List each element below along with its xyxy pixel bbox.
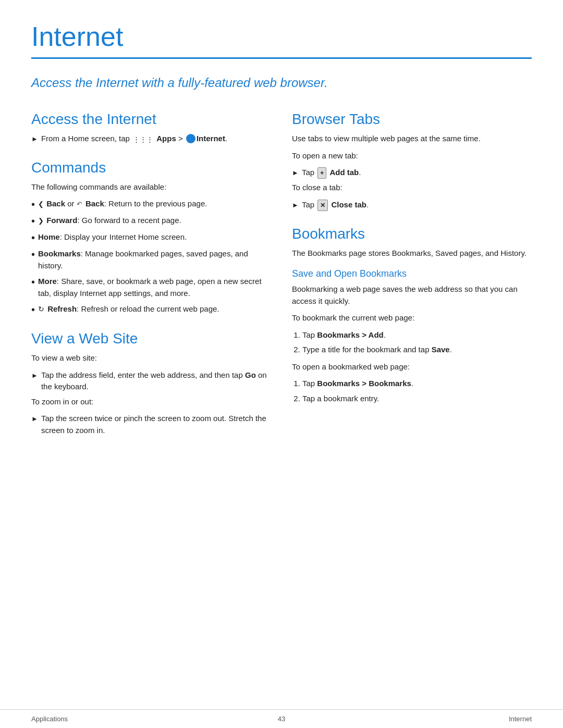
add-tab-button-icon: + <box>317 167 326 179</box>
open-tab-text: Tap + Add tab. <box>302 167 361 179</box>
page-title: Internet <box>31 21 532 52</box>
blue-divider <box>31 57 532 59</box>
close-tab-text: Tap ✕ Close tab. <box>302 199 369 211</box>
arrow-icon-2: ► <box>31 371 38 381</box>
bookmark-current-intro: To bookmark the current web page: <box>292 312 532 324</box>
right-column: Browser Tabs Use tabs to view multiple w… <box>292 96 532 439</box>
refresh-icon: ↻ <box>38 304 44 315</box>
bookmark-step-2: Type a title for the bookmark and tap Sa… <box>302 344 532 356</box>
view-website-intro-1: To view a web site: <box>31 352 271 364</box>
view-website-item-1: ► Tap the address field, enter the web a… <box>31 369 271 393</box>
access-internet-heading: Access the Internet <box>31 111 271 128</box>
two-column-layout: Access the Internet ► From a Home screen… <box>31 96 532 439</box>
dot-icon-2: • <box>31 215 35 227</box>
chevron-left-icon: ❮ <box>38 199 44 209</box>
footer-page-number: 43 <box>278 715 285 723</box>
browser-tabs-heading: Browser Tabs <box>292 111 532 128</box>
commands-item-bookmarks-text: Bookmarks: Manage bookmarked pages, save… <box>38 248 271 272</box>
commands-item-back-text: ❮ Back or ↶ Back: Return to the previous… <box>38 198 207 210</box>
bookmark-step-1: Tap Bookmarks > Add. <box>302 329 532 341</box>
open-bookmark-step-1: Tap Bookmarks > Bookmarks. <box>302 378 532 390</box>
commands-item-forward: • ❯ Forward: Go forward to a recent page… <box>31 215 271 227</box>
commands-intro: The following commands are available: <box>31 181 271 193</box>
dot-icon-4: • <box>31 248 35 261</box>
back-arrow-icon: ↶ <box>77 199 82 209</box>
save-open-bookmarks-heading: Save and Open Bookmarks <box>292 268 532 279</box>
save-bookmarks-description: Bookmarking a web page saves the web add… <box>292 283 532 307</box>
browser-tabs-intro: Use tabs to view multiple web pages at t… <box>292 133 532 145</box>
internet-app-icon <box>186 134 195 143</box>
arrow-icon: ► <box>31 134 38 144</box>
view-website-item-1-text: Tap the address field, enter the web add… <box>41 369 271 393</box>
arrow-icon-3: ► <box>31 414 38 424</box>
commands-item-back: • ❮ Back or ↶ Back: Return to the previo… <box>31 198 271 211</box>
commands-item-home-text: Home: Display your Internet Home screen. <box>38 231 187 243</box>
commands-item-refresh-text: ↻ Refresh: Refresh or reload the current… <box>38 303 219 315</box>
apps-grid-icon: ⋮⋮⋮ <box>133 134 153 145</box>
page-footer: Applications 43 Internet <box>0 709 563 728</box>
commands-heading: Commands <box>31 159 271 176</box>
commands-item-forward-text: ❯ Forward: Go forward to a recent page. <box>38 215 181 227</box>
commands-item-refresh: • ↻ Refresh: Refresh or reload the curre… <box>31 303 271 316</box>
dot-icon-5: • <box>31 276 35 288</box>
commands-item-bookmarks: • Bookmarks: Manage bookmarked pages, sa… <box>31 248 271 272</box>
dot-icon: • <box>31 198 35 211</box>
arrow-icon-4: ► <box>292 168 299 178</box>
close-tab-button-icon: ✕ <box>317 200 328 211</box>
commands-item-more: • More: Share, save, or bookmark a web p… <box>31 276 271 299</box>
bookmark-steps: Tap Bookmarks > Add. Type a title for th… <box>292 329 532 356</box>
arrow-icon-5: ► <box>292 200 299 211</box>
open-tab-item: ► Tap + Add tab. <box>292 167 532 179</box>
access-item-1: ► From a Home screen, tap ⋮⋮⋮ Apps > Int… <box>31 133 271 145</box>
open-bookmark-steps: Tap Bookmarks > Bookmarks. Tap a bookmar… <box>292 378 532 404</box>
close-tab-intro: To close a tab: <box>292 182 532 194</box>
open-bookmarked-intro: To open a bookmarked web page: <box>292 361 532 373</box>
view-website-item-2: ► Tap the screen twice or pinch the scre… <box>31 413 271 436</box>
bookmarks-intro: The Bookmarks page stores Bookmarks, Sav… <box>292 248 532 260</box>
footer-right: Internet <box>509 715 532 723</box>
commands-item-more-text: More: Share, save, or bookmark a web pag… <box>38 276 271 299</box>
close-tab-item: ► Tap ✕ Close tab. <box>292 199 532 211</box>
chevron-right-icon: ❯ <box>38 216 44 226</box>
page-content: Internet Access the Internet with a full… <box>0 0 563 471</box>
open-bookmark-step-2: Tap a bookmark entry. <box>302 393 532 405</box>
view-website-item-2-text: Tap the screen twice or pinch the screen… <box>41 413 271 436</box>
view-website-heading: View a Web Site <box>31 330 271 347</box>
view-website-intro-2: To zoom in or out: <box>31 396 271 408</box>
bookmarks-heading: Bookmarks <box>292 226 532 242</box>
dot-icon-6: • <box>31 303 35 316</box>
dot-icon-3: • <box>31 231 35 244</box>
footer-left: Applications <box>31 715 68 723</box>
commands-item-home: • Home: Display your Internet Home scree… <box>31 231 271 244</box>
tagline: Access the Internet with a fully-feature… <box>31 75 532 91</box>
open-tab-intro: To open a new tab: <box>292 150 532 162</box>
left-column: Access the Internet ► From a Home screen… <box>31 96 271 439</box>
access-item-1-text: From a Home screen, tap ⋮⋮⋮ Apps > Inter… <box>41 133 227 145</box>
